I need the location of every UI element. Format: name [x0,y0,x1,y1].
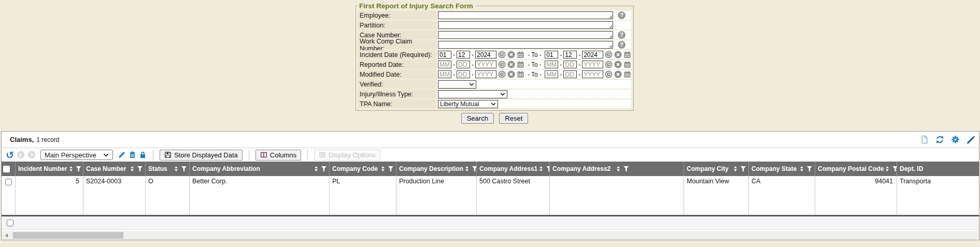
calendar-icon[interactable] [623,70,631,78]
new-document-icon[interactable] [920,135,929,144]
modified-date-to-month-input[interactable] [545,70,558,78]
sort-icon[interactable] [617,166,620,171]
modified-date-to-day-input[interactable] [563,70,577,78]
filter-icon[interactable] [321,166,326,171]
help-icon[interactable]: ? [618,31,626,39]
clear-date-icon[interactable] [507,70,515,78]
column-label: Status [148,165,167,172]
filter-icon[interactable] [807,166,812,171]
verified-select[interactable] [438,80,476,89]
undo-icon[interactable]: ↺ [6,151,14,159]
row-checkbox-cell [2,176,16,215]
sort-icon[interactable] [886,166,889,171]
incident-date-from-month-input[interactable] [438,51,451,59]
sort-icon[interactable] [381,166,385,171]
reported-date-from-year-input[interactable] [475,61,496,68]
filter-icon[interactable] [892,166,897,171]
sort-icon[interactable] [175,166,178,171]
lock-perspective-icon[interactable] [139,151,147,159]
sort-icon[interactable] [131,166,134,171]
grid-header-row: Incident Number Case Number Status Compa… [2,162,979,176]
search-button[interactable]: Search [461,113,494,124]
reported-date-from-month-input[interactable] [438,61,451,68]
incident-date-to-year-input[interactable] [582,51,603,59]
time-picker-icon[interactable] [498,51,506,59]
tools-icon[interactable] [967,135,975,144]
clear-date-icon[interactable] [507,61,515,68]
incident-date-from-day-input[interactable] [457,51,470,59]
work-comp-claim-number-input[interactable] [438,41,613,49]
tpa-name-select[interactable]: Liberty Mutual [438,100,498,108]
sort-icon[interactable] [539,166,543,171]
incident-date-to-day-input[interactable] [563,51,577,59]
incident-date-to-month-input[interactable] [545,51,558,59]
employee-input[interactable] [438,11,613,19]
select-all-checkbox[interactable] [3,166,10,172]
calendar-icon[interactable] [517,70,524,78]
calendar-icon[interactable] [623,51,631,59]
columns-button[interactable]: Columns [255,150,301,161]
footer-checkbox[interactable] [7,220,13,226]
columns-icon [260,151,267,158]
time-picker-icon[interactable] [498,70,506,78]
filter-icon[interactable] [623,166,629,171]
filter-icon[interactable] [137,166,143,171]
filter-icon[interactable] [76,166,81,171]
injury-illness-type-select[interactable] [438,90,507,98]
edit-perspective-icon[interactable] [118,151,126,159]
gear-icon[interactable] [951,135,960,144]
calendar-icon[interactable] [623,61,631,68]
perspective-select[interactable]: Main Perspective [40,150,113,160]
horizontal-scrollbar[interactable] [2,231,979,240]
sort-icon[interactable] [315,166,318,171]
modified-date-from-month-input[interactable] [438,70,451,78]
reported-date-from-day-input[interactable] [457,61,470,68]
time-picker-icon[interactable] [498,61,506,68]
partition-label: Partition: [358,21,437,30]
calendar-icon[interactable] [517,61,524,68]
sort-icon[interactable] [800,166,803,171]
reported-date-to-day-input[interactable] [563,61,577,68]
sort-icon[interactable] [465,166,468,171]
filter-icon[interactable] [388,166,393,171]
filter-icon[interactable] [741,166,746,171]
reset-button[interactable]: Reset [499,113,528,124]
clear-date-icon[interactable] [614,51,622,59]
clear-date-icon[interactable] [614,70,622,78]
scrollbar-thumb[interactable] [13,232,123,239]
column-header-company-address1: Company Address1 [477,162,550,176]
calendar-icon[interactable] [517,51,524,59]
time-picker-icon[interactable] [605,70,613,78]
sort-icon[interactable] [69,166,73,171]
scroll-left-arrow-icon[interactable] [5,234,8,238]
date-range-separator: - To - [528,71,542,78]
reported-date-to-month-input[interactable] [545,61,558,68]
chevron-down-icon [491,103,496,106]
column-label: Company Address1 [479,165,537,172]
chevron-down-icon [103,153,109,157]
clear-date-icon[interactable] [614,61,622,68]
delete-perspective-icon[interactable] [129,151,136,159]
row-checkbox[interactable] [5,179,12,185]
filter-icon[interactable] [181,166,187,171]
case-number-input[interactable] [438,31,613,39]
sort-icon[interactable] [734,166,737,171]
modified-date-from-year-input[interactable] [475,70,496,78]
reported-date-to-year-input[interactable] [582,61,603,68]
modified-date-to-year-input[interactable] [582,70,603,78]
partition-input[interactable] [438,21,613,29]
modified-date-from-day-input[interactable] [457,70,470,78]
time-picker-icon[interactable] [605,61,613,68]
clear-date-icon[interactable] [507,51,515,59]
filter-icon[interactable] [472,166,477,171]
previous-perspective-icon [17,151,25,159]
help-icon[interactable]: ? [618,11,626,19]
search-form: First Report of Injury Search Form Emplo… [356,2,634,124]
store-displayed-data-button[interactable]: Store Displayed Data [160,150,243,161]
filter-icon[interactable] [546,166,550,171]
refresh-icon[interactable] [935,135,944,144]
time-picker-icon[interactable] [605,51,613,59]
table-row[interactable]: 5 S2024-0003 O Better Corp. PL Productio… [2,176,979,215]
help-icon[interactable]: ? [618,41,626,49]
incident-date-from-year-input[interactable] [475,51,496,59]
